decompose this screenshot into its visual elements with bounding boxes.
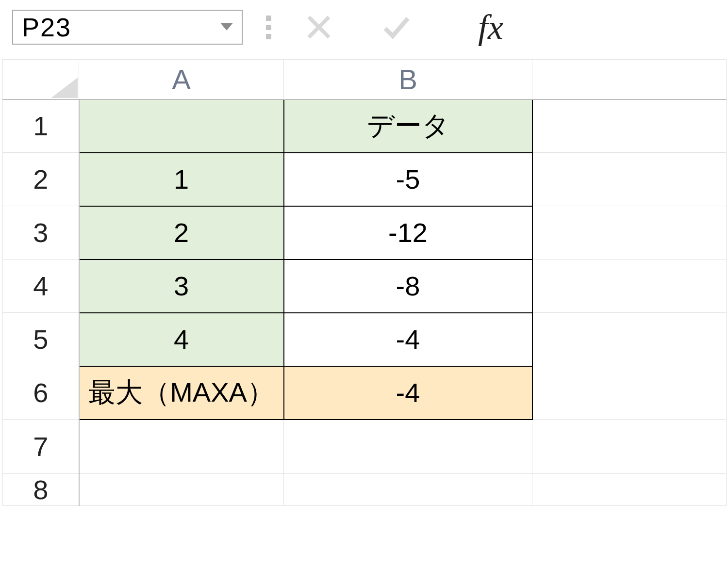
cell-B8[interactable] bbox=[284, 474, 532, 506]
cell-B5[interactable]: -4 bbox=[284, 313, 532, 366]
cancel-icon bbox=[290, 10, 348, 44]
cell-A7[interactable] bbox=[79, 420, 284, 474]
cell-B1[interactable]: データ bbox=[284, 99, 532, 153]
name-box[interactable]: P23 bbox=[12, 10, 243, 45]
select-all-corner[interactable] bbox=[3, 60, 79, 99]
cell-C8[interactable] bbox=[532, 474, 727, 506]
cell-C7[interactable] bbox=[532, 420, 727, 474]
row-header-5[interactable]: 5 bbox=[3, 313, 79, 366]
enter-icon bbox=[367, 10, 426, 44]
fx-label: fx bbox=[478, 7, 503, 48]
cell-A4[interactable]: 3 bbox=[79, 260, 284, 313]
name-box-value: P23 bbox=[22, 12, 71, 42]
spreadsheet-grid[interactable]: A B 1 データ 2 1 -5 3 2 -12 4 3 -8 bbox=[0, 59, 728, 506]
name-box-dropdown-icon[interactable] bbox=[220, 19, 233, 35]
cell-A5[interactable]: 4 bbox=[79, 313, 284, 366]
formula-bar-divider bbox=[266, 16, 271, 39]
cell-B6[interactable]: -4 bbox=[284, 366, 532, 420]
row-header-7[interactable]: 7 bbox=[3, 420, 79, 474]
column-header-A[interactable]: A bbox=[79, 60, 284, 99]
row-header-8[interactable]: 8 bbox=[3, 474, 79, 506]
cell-A6[interactable]: 最大（MAXA） bbox=[79, 366, 284, 420]
row-header-3[interactable]: 3 bbox=[3, 206, 79, 260]
cell-B7[interactable] bbox=[284, 420, 532, 474]
cell-B3[interactable]: -12 bbox=[284, 206, 532, 260]
cell-C6[interactable] bbox=[532, 366, 727, 420]
cell-A2[interactable]: 1 bbox=[79, 153, 284, 206]
cell-B4[interactable]: -8 bbox=[284, 260, 532, 313]
fx-icon[interactable]: fx bbox=[445, 10, 503, 44]
row-header-2[interactable]: 2 bbox=[3, 153, 79, 206]
cell-B2[interactable]: -5 bbox=[284, 153, 532, 206]
cell-C3[interactable] bbox=[532, 206, 727, 260]
cell-A8[interactable] bbox=[79, 474, 284, 506]
cell-A1[interactable] bbox=[79, 99, 284, 153]
row-header-1[interactable]: 1 bbox=[3, 99, 79, 153]
cell-C5[interactable] bbox=[532, 313, 727, 366]
column-header-C[interactable] bbox=[532, 60, 727, 99]
cell-C4[interactable] bbox=[532, 260, 727, 313]
row-header-4[interactable]: 4 bbox=[3, 260, 79, 313]
cell-C1[interactable] bbox=[532, 99, 727, 153]
row-header-6[interactable]: 6 bbox=[3, 366, 79, 420]
cell-A3[interactable]: 2 bbox=[79, 206, 284, 260]
cell-C2[interactable] bbox=[532, 153, 727, 206]
formula-bar: P23 fx bbox=[0, 0, 728, 59]
column-header-B[interactable]: B bbox=[284, 60, 532, 99]
